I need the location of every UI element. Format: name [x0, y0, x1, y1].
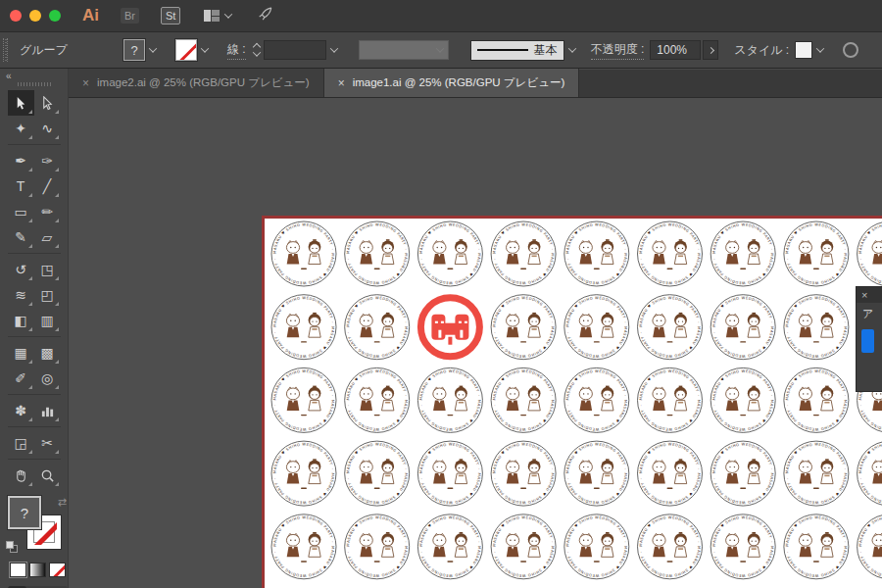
stroke-weight-stepper[interactable] [254, 44, 260, 57]
tab-image2[interactable]: × image2.ai @ 25% (RGB/GPU プレビュー) [69, 69, 324, 97]
opacity-field[interactable]: 100% [650, 40, 701, 60]
eraser-tool[interactable]: ▱ [34, 224, 61, 250]
sticker[interactable] [858, 514, 882, 579]
sticker[interactable] [710, 514, 775, 579]
sticker[interactable] [271, 368, 336, 432]
sticker[interactable] [784, 514, 849, 579]
zoom-tool[interactable] [34, 463, 61, 488]
sticker[interactable] [417, 514, 482, 579]
sticker[interactable] [564, 221, 629, 286]
gradient-button[interactable] [29, 563, 46, 577]
sticker[interactable] [345, 221, 410, 286]
artboard[interactable]: MASARU ♥ SHIHO WEDDING PARTY ・ MASARU ♥ … [262, 216, 882, 588]
minimize-window-button[interactable] [29, 10, 41, 22]
artboard-tool[interactable]: ◲ [8, 430, 34, 456]
column-graph-tool[interactable] [34, 398, 61, 423]
sticker[interactable] [491, 368, 556, 432]
sticker-grid[interactable] [271, 221, 882, 579]
eyedropper-tool[interactable]: ✐ [8, 366, 34, 391]
sticker[interactable] [784, 295, 849, 360]
default-fill-stroke-icon[interactable] [6, 541, 18, 553]
bridge-button[interactable]: Br [121, 8, 139, 24]
shaper-tool[interactable]: ✎ [8, 224, 34, 250]
sticker[interactable] [491, 441, 556, 506]
asset-thumbnail-selected[interactable] [861, 329, 874, 353]
type-tool[interactable]: T [8, 173, 34, 199]
sticker[interactable] [491, 514, 556, 579]
sticker[interactable] [345, 295, 410, 360]
width-tool[interactable]: ≋ [8, 282, 34, 308]
selection-tool[interactable] [8, 90, 34, 116]
search-icon[interactable] [843, 42, 858, 58]
sticker[interactable] [564, 441, 629, 506]
pen-tool[interactable]: ✒ [8, 148, 34, 173]
sticker[interactable] [345, 368, 410, 432]
sticker[interactable] [710, 295, 775, 360]
sticker[interactable] [858, 221, 882, 286]
sticker[interactable] [564, 295, 629, 360]
lasso-tool[interactable]: ∿ [34, 116, 61, 141]
stroke-weight-label[interactable]: 線 : [227, 41, 246, 60]
opacity-label[interactable]: 不透明度 : [591, 41, 645, 60]
hand-tool[interactable] [8, 463, 34, 488]
sticker[interactable] [271, 514, 336, 579]
sticker[interactable] [638, 295, 703, 360]
free-transform-tool[interactable]: ◰ [34, 282, 61, 308]
close-tab-icon[interactable]: × [82, 76, 89, 90]
gradient-tool[interactable]: ▩ [34, 340, 61, 366]
none-button[interactable] [49, 563, 66, 577]
sticker[interactable] [345, 441, 410, 506]
opacity-expand-button[interactable] [703, 40, 718, 60]
sticker[interactable] [858, 441, 882, 506]
shape-builder-tool[interactable]: ◧ [8, 308, 34, 333]
mesh-tool[interactable]: ▦ [8, 340, 34, 366]
sticker[interactable] [491, 221, 556, 286]
close-tab-icon[interactable]: × [338, 76, 345, 90]
sticker[interactable] [417, 368, 482, 432]
perspective-grid-tool[interactable]: ▥ [34, 308, 61, 333]
sticker[interactable] [638, 368, 703, 432]
rectangle-tool[interactable]: ▭ [8, 199, 34, 224]
sticker[interactable] [638, 441, 703, 506]
symbol-sprayer-tool[interactable]: ✽ [8, 398, 34, 423]
sticker[interactable] [710, 441, 775, 506]
rotate-tool[interactable]: ↺ [8, 257, 34, 282]
sticker[interactable] [784, 221, 849, 286]
sticker[interactable] [564, 368, 629, 432]
share-rocket-icon[interactable] [257, 6, 273, 26]
fill-proxy-swatch[interactable]: ? [8, 496, 41, 529]
sticker[interactable] [491, 295, 556, 360]
magic-wand-tool[interactable]: ✦ [8, 116, 34, 141]
sticker[interactable] [710, 221, 775, 286]
sticker[interactable] [271, 221, 336, 286]
brush-definition-dropdown[interactable]: 基本 [470, 40, 564, 61]
direct-selection-tool[interactable] [34, 90, 61, 116]
curvature-tool[interactable]: ✑ [34, 148, 61, 173]
sticker-selected[interactable] [420, 298, 479, 357]
stepper-down-icon[interactable] [252, 48, 260, 56]
style-chevron-icon[interactable] [816, 44, 824, 52]
sticker[interactable] [784, 368, 849, 432]
sticker[interactable] [710, 368, 775, 432]
fill-color-swatch[interactable]: ? [123, 39, 145, 61]
swap-fill-stroke-icon[interactable]: ⇄ [58, 496, 67, 509]
blend-tool[interactable]: ◎ [34, 366, 61, 391]
sticker[interactable] [564, 514, 629, 579]
sticker[interactable] [784, 441, 849, 506]
line-segment-tool[interactable]: ╱ [34, 173, 61, 199]
sticker[interactable] [271, 295, 336, 360]
fill-dropdown-chevron-icon[interactable] [149, 44, 157, 52]
color-button[interactable] [10, 563, 26, 577]
stock-button[interactable]: St [161, 7, 180, 24]
stroke-dropdown-chevron-icon[interactable] [201, 44, 209, 52]
sticker[interactable] [638, 514, 703, 579]
workspace-switcher[interactable] [204, 10, 231, 23]
canvas[interactable]: MASARU ♥ SHIHO WEDDING PARTY ・ MASARU ♥ … [69, 98, 882, 588]
stroke-weight-field[interactable] [264, 40, 326, 60]
scale-tool[interactable]: ◳ [34, 257, 61, 282]
slice-tool[interactable]: ✂ [34, 430, 61, 456]
close-window-button[interactable] [10, 10, 22, 22]
collapse-panel-button[interactable]: « [6, 71, 11, 81]
sticker[interactable] [638, 221, 703, 286]
sticker[interactable] [271, 441, 336, 506]
